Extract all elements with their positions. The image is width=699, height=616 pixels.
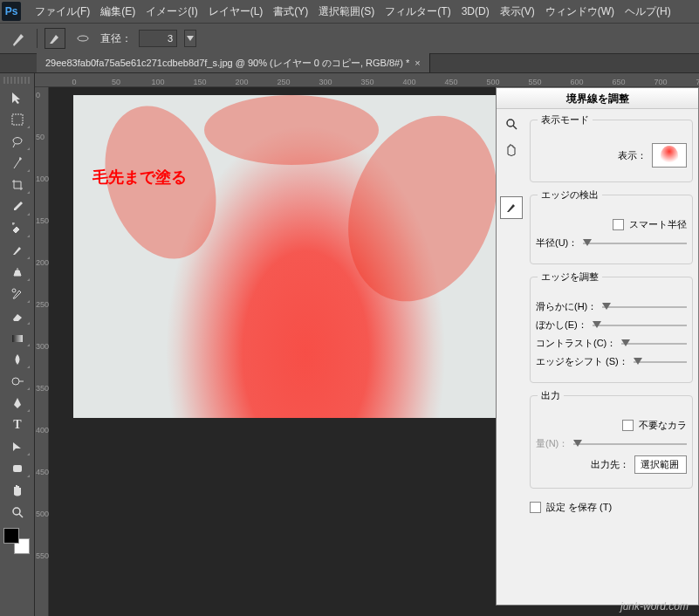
path-selection-tool[interactable] bbox=[3, 436, 31, 457]
menu-type[interactable]: 書式(Y) bbox=[268, 0, 313, 23]
contrast-label: コントラスト(C)： bbox=[536, 337, 616, 350]
brush-tool[interactable] bbox=[3, 240, 31, 261]
brush-preset-button[interactable] bbox=[45, 28, 65, 49]
ruler-tick: 600 bbox=[570, 78, 583, 86]
ruler-tick: 750 bbox=[696, 78, 699, 86]
crop-tool[interactable] bbox=[3, 175, 31, 195]
ruler-tick: 300 bbox=[319, 78, 332, 86]
document-tab[interactable]: 29ee83fab0fa75a5e61c271cdbeb8d7f_s.jpg @… bbox=[37, 53, 430, 72]
svg-point-0 bbox=[78, 36, 88, 41]
marquee-tool[interactable] bbox=[3, 109, 31, 130]
menu-layer[interactable]: レイヤー(L) bbox=[203, 0, 269, 23]
ruler-vertical[interactable]: 0 50 100 150 200 250 300 350 400 450 500… bbox=[35, 87, 49, 616]
ruler-tick: 350 bbox=[36, 384, 49, 393]
group-edge-detection: エッジの検出 スマート半径 半径(U)： bbox=[530, 195, 693, 264]
zoom-tool[interactable] bbox=[3, 502, 31, 523]
decontaminate-checkbox[interactable] bbox=[622, 420, 634, 431]
svg-rect-3 bbox=[12, 335, 23, 342]
eyedropper-tool[interactable] bbox=[3, 196, 31, 217]
menu-help[interactable]: ヘルプ(H) bbox=[620, 0, 676, 23]
color-swatches[interactable] bbox=[3, 528, 31, 556]
ruler-tick: 0 bbox=[72, 78, 76, 86]
smart-radius-checkbox[interactable] bbox=[613, 219, 624, 230]
ruler-tick: 250 bbox=[277, 78, 290, 86]
ruler-tick: 0 bbox=[36, 91, 40, 99]
radius-label: 半径(U)： bbox=[536, 236, 578, 250]
amount-slider[interactable] bbox=[573, 438, 687, 450]
svg-point-4 bbox=[12, 378, 19, 385]
menu-view[interactable]: 表示(V) bbox=[495, 0, 540, 23]
refine-radius-tool[interactable] bbox=[500, 196, 523, 219]
ruler-tick: 250 bbox=[36, 300, 49, 309]
output-to-label: 出力先： bbox=[591, 458, 629, 471]
ruler-tick: 350 bbox=[360, 78, 373, 86]
hand-panel-tool[interactable] bbox=[500, 139, 523, 161]
shift-edge-slider[interactable] bbox=[634, 356, 687, 368]
radius-slider[interactable] bbox=[583, 237, 687, 250]
mask-strokes bbox=[73, 95, 496, 418]
diameter-input[interactable]: 3 bbox=[139, 30, 177, 47]
magic-wand-tool[interactable] bbox=[3, 153, 31, 174]
smooth-label: 滑らかに(H)： bbox=[536, 300, 597, 313]
ruler-tick: 150 bbox=[36, 216, 49, 225]
watermark: junk-word.com bbox=[620, 600, 689, 613]
eraser-tool[interactable] bbox=[3, 305, 31, 326]
svg-rect-5 bbox=[13, 465, 22, 472]
hand-tool[interactable] bbox=[3, 480, 31, 501]
menu-filter[interactable]: フィルター(T) bbox=[380, 0, 456, 23]
feather-label: ぼかし(E)： bbox=[536, 318, 587, 332]
lasso-tool[interactable] bbox=[3, 131, 31, 152]
contrast-slider[interactable] bbox=[621, 338, 687, 350]
healing-brush-tool[interactable] bbox=[3, 218, 31, 239]
remember-settings-label: 設定 を保存 (T) bbox=[546, 501, 612, 514]
ruler-tick: 450 bbox=[36, 468, 49, 476]
menu-3d[interactable]: 3D(D) bbox=[456, 0, 495, 23]
artboard[interactable]: 毛先まで塗る bbox=[73, 95, 496, 418]
toolbox: T bbox=[0, 73, 35, 616]
options-bar: 直径： 3 bbox=[0, 23, 699, 54]
history-brush-tool[interactable] bbox=[3, 284, 31, 305]
dodge-tool[interactable] bbox=[3, 371, 31, 392]
divider bbox=[37, 29, 38, 48]
panel-title: 境界線を調整 bbox=[497, 88, 698, 109]
clone-stamp-tool[interactable] bbox=[3, 262, 31, 283]
foreground-color-swatch[interactable] bbox=[3, 528, 19, 544]
annotation-text: 毛先まで塗る bbox=[93, 167, 187, 188]
brush-panel-button[interactable] bbox=[72, 28, 93, 49]
ruler-tick: 400 bbox=[36, 426, 49, 435]
close-tab-icon[interactable]: × bbox=[415, 53, 420, 72]
group-output: 出力 不要なカラ 量(N)： 出力先： 選択範囲 bbox=[530, 395, 693, 489]
shift-edge-label: エッジをシフト (S)： bbox=[536, 355, 628, 368]
menu-select[interactable]: 選択範囲(S) bbox=[313, 0, 380, 23]
zoom-panel-tool[interactable] bbox=[500, 113, 523, 135]
toolbox-grip[interactable] bbox=[3, 77, 31, 84]
diameter-dropdown[interactable] bbox=[184, 30, 196, 47]
menu-image[interactable]: イメージ(I) bbox=[140, 0, 202, 23]
pen-tool[interactable] bbox=[3, 393, 31, 414]
edge-detection-label: エッジの検出 bbox=[538, 188, 602, 202]
ruler-tick: 700 bbox=[654, 78, 667, 86]
ruler-horizontal[interactable]: 0 50 100 150 200 250 300 350 400 450 500… bbox=[35, 73, 699, 87]
ruler-tick: 500 bbox=[486, 78, 499, 86]
ruler-tick: 50 bbox=[112, 78, 120, 86]
view-mode-label: 表示モード bbox=[538, 113, 593, 127]
smooth-slider[interactable] bbox=[602, 301, 687, 313]
refine-edge-panel: 境界線を調整 表示モード 表示： エッジの検出 スマート半径 半径(U)： bbox=[496, 87, 699, 606]
blur-tool[interactable] bbox=[3, 349, 31, 370]
menu-bar: Ps ファイル(F) 編集(E) イメージ(I) レイヤー(L) 書式(Y) 選… bbox=[0, 0, 699, 23]
ruler-tick: 550 bbox=[528, 78, 541, 86]
menu-window[interactable]: ウィンドウ(W) bbox=[540, 0, 620, 23]
output-to-select[interactable]: 選択範囲 bbox=[634, 455, 687, 474]
menu-edit[interactable]: 編集(E) bbox=[95, 0, 140, 23]
shape-tool[interactable] bbox=[3, 458, 31, 479]
view-mode-button[interactable] bbox=[652, 143, 687, 168]
type-tool[interactable]: T bbox=[3, 414, 31, 435]
current-tool-preset[interactable] bbox=[9, 28, 30, 49]
feather-slider[interactable] bbox=[593, 319, 687, 332]
remember-settings-checkbox[interactable] bbox=[530, 502, 541, 513]
show-label: 表示： bbox=[618, 149, 647, 162]
ruler-tick: 650 bbox=[612, 78, 625, 86]
gradient-tool[interactable] bbox=[3, 327, 31, 348]
move-tool[interactable] bbox=[3, 87, 31, 108]
menu-file[interactable]: ファイル(F) bbox=[30, 0, 95, 23]
